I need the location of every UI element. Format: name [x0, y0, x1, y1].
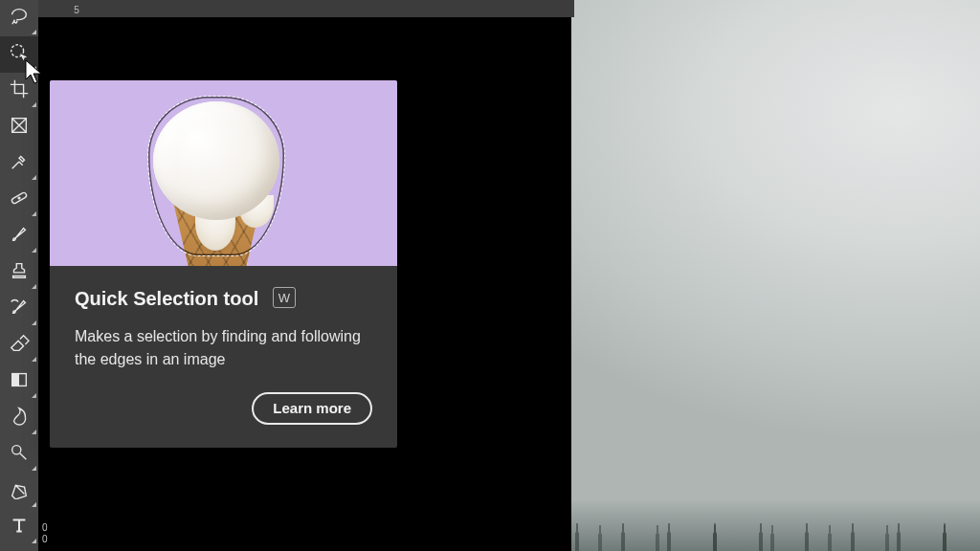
open-document[interactable] [571, 0, 980, 551]
crop-icon [9, 78, 30, 103]
ruler-tick-label: 0 [42, 522, 48, 533]
flyout-indicator-icon [32, 175, 36, 180]
ruler-tick-label: 0 [42, 534, 48, 544]
tool-eyedropper[interactable] [0, 145, 38, 182]
hero-icecream-scoop [153, 101, 279, 220]
type-icon [9, 515, 30, 540]
ruler-horizontal[interactable]: 5 [38, 0, 574, 17]
flyout-indicator-icon [32, 502, 36, 507]
flyout-indicator-icon [32, 211, 36, 216]
tool-pen[interactable] [0, 473, 38, 509]
tool-eraser[interactable] [0, 327, 38, 364]
quick-selection-icon [9, 42, 30, 67]
stamp-icon [9, 260, 30, 285]
frame-icon [9, 115, 30, 140]
tooltip-shortcut-key: W [273, 287, 296, 308]
eyedropper-icon [9, 151, 30, 176]
flyout-indicator-icon [32, 248, 36, 253]
gradient-icon [9, 369, 30, 394]
dodge-icon [9, 442, 30, 467]
tool-type[interactable] [0, 509, 38, 545]
svg-point-3 [18, 197, 20, 199]
brush-icon [9, 224, 30, 249]
tool-gradient[interactable] [0, 364, 38, 400]
tool-crop[interactable] [0, 73, 38, 109]
flyout-indicator-icon [32, 30, 36, 34]
flyout-indicator-icon [32, 284, 36, 289]
tools-toolbar [0, 0, 38, 551]
eraser-icon [9, 333, 30, 358]
pen-icon [9, 478, 30, 503]
tool-tooltip-card: Quick Selection tool W Makes a selection… [50, 80, 397, 448]
flyout-indicator-icon [32, 466, 36, 471]
tool-dodge[interactable] [0, 436, 38, 473]
learn-more-button[interactable]: Learn more [252, 392, 372, 425]
flyout-indicator-icon [32, 357, 36, 362]
tool-quick-selection[interactable] [0, 36, 38, 73]
tooltip-title: Quick Selection tool [75, 288, 258, 310]
flyout-indicator-icon [32, 320, 36, 325]
flyout-indicator-icon [32, 393, 36, 398]
tooltip-description: Makes a selection by finding and followi… [75, 325, 362, 371]
svg-point-6 [12, 446, 21, 454]
bandage-icon [9, 187, 30, 212]
flyout-indicator-icon [32, 430, 36, 434]
lasso-icon [9, 6, 30, 31]
smudge-icon [9, 406, 30, 430]
svg-rect-5 [12, 374, 19, 386]
tool-spot-healing[interactable] [0, 182, 38, 218]
document-image-treeline [571, 494, 980, 551]
tool-brush[interactable] [0, 218, 38, 254]
tooltip-hero-image [50, 80, 397, 266]
tool-clone-stamp[interactable] [0, 254, 38, 291]
flyout-indicator-icon [32, 102, 36, 107]
ruler-tick-label: 5 [74, 6, 79, 15]
flyout-indicator-icon [32, 66, 36, 71]
tool-history-brush[interactable] [0, 291, 38, 327]
tool-frame[interactable] [0, 109, 38, 145]
tool-smudge[interactable] [0, 400, 38, 436]
history-brush-icon [9, 297, 30, 321]
tool-lasso[interactable] [0, 0, 38, 36]
flyout-indicator-icon [32, 539, 36, 543]
